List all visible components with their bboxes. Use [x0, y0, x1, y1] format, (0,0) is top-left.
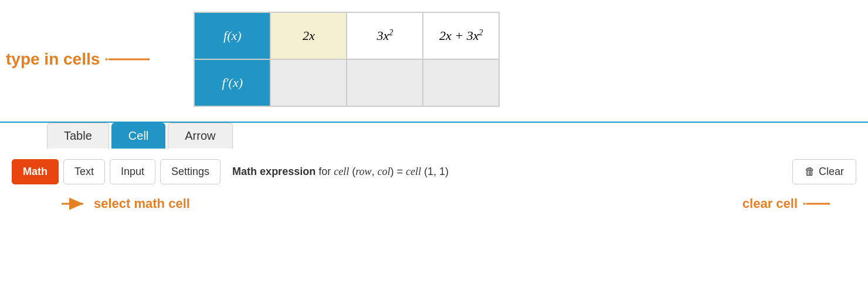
- cell-r1c3[interactable]: 3x2: [347, 12, 423, 59]
- trash-icon: 🗑: [805, 166, 815, 178]
- annotation-select-math: select math cell: [12, 195, 190, 213]
- tab-arrow[interactable]: Arrow: [168, 123, 232, 149]
- cell-r1c4-content: 2x + 3x2: [439, 28, 483, 43]
- cell-r1c4[interactable]: 2x + 3x2: [423, 12, 499, 59]
- tab-cell[interactable]: Cell: [111, 123, 165, 149]
- math-expression-bold: Math expression: [232, 166, 316, 177]
- clear-button[interactable]: 🗑 Clear: [792, 159, 856, 184]
- text-button[interactable]: Text: [63, 159, 105, 184]
- math-expression-formula: for cell (row, col) = cell (1, 1): [316, 166, 449, 177]
- cell-r2c2[interactable]: [270, 59, 347, 106]
- type-in-cells-label: type in cells: [6, 50, 100, 69]
- cell-r1c2[interactable]: 2x: [270, 12, 347, 59]
- settings-button[interactable]: Settings: [160, 159, 221, 184]
- input-button[interactable]: Input: [110, 159, 155, 184]
- math-button[interactable]: Math: [12, 159, 59, 184]
- select-math-arrow-icon: [59, 195, 88, 213]
- cell-r1c1-content: f(x): [223, 28, 242, 43]
- cell-r1c3-content: 3x2: [377, 28, 393, 43]
- cell-r2c1[interactable]: f′(x): [194, 59, 270, 106]
- tabs-section: Table Cell Arrow: [0, 122, 868, 149]
- cell-r1c1[interactable]: f(x): [194, 12, 270, 59]
- top-section: type in cells f(x) 2x 3x2 2x + 3x2 f′(x): [0, 0, 868, 119]
- tabs-row: Table Cell Arrow: [0, 123, 868, 149]
- annotations-row: select math cell clear cell: [0, 195, 868, 242]
- table-grid: f(x) 2x 3x2 2x + 3x2 f′(x): [194, 12, 500, 107]
- tab-table[interactable]: Table: [47, 123, 109, 149]
- cell-r2c1-content: f′(x): [222, 75, 243, 90]
- annotation-clear-cell: clear cell: [742, 195, 856, 213]
- cell-r2c4[interactable]: [423, 59, 499, 106]
- clear-cell-arrow-icon: [803, 195, 833, 213]
- math-expression-info: Math expression for cell (row, col) = ce…: [232, 166, 449, 178]
- clear-label: Clear: [819, 166, 844, 178]
- cell-r1c2-content: 2x: [303, 28, 315, 43]
- type-in-cells-arrow: [106, 51, 152, 68]
- select-math-label: select math cell: [94, 196, 190, 211]
- left-arrow-icon: [106, 51, 152, 68]
- cell-r2c3[interactable]: [347, 59, 423, 106]
- toolbar-row: Math Text Input Settings Math expression…: [0, 149, 868, 195]
- clear-cell-label: clear cell: [742, 196, 798, 211]
